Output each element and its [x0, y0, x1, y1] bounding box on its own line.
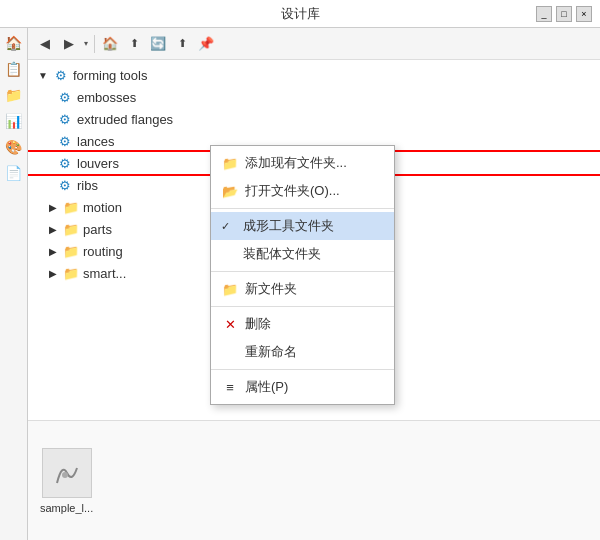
- ctx-assembly-folder[interactable]: ✓ 装配体文件夹: [211, 240, 394, 268]
- ctx-open-folder-label: 打开文件夹(O)...: [245, 182, 340, 200]
- window-controls[interactable]: _ □ ×: [536, 6, 592, 22]
- ribs-icon: ⚙: [56, 176, 74, 194]
- ctx-forming-tool-label: 成形工具文件夹: [243, 217, 334, 235]
- svg-point-0: [62, 472, 68, 478]
- sidebar-doc-icon[interactable]: 📄: [3, 162, 25, 184]
- toggle-routing[interactable]: ▶: [46, 244, 60, 258]
- check-icon: ✓: [221, 220, 237, 233]
- smart-folder-icon: 📁: [62, 264, 80, 282]
- back-button[interactable]: ◀: [34, 33, 56, 55]
- add-folder-icon: 📁: [221, 154, 239, 172]
- toolbar: ◀ ▶ ▾ 🏠 ⬆ 🔄 ⬆ 📌: [28, 28, 600, 60]
- close-button[interactable]: ×: [576, 6, 592, 22]
- ctx-rename-label: 重新命名: [245, 343, 297, 361]
- louvers-label: louvers: [77, 156, 119, 171]
- ctx-forming-tool-folder[interactable]: ✓ 成形工具文件夹: [211, 212, 394, 240]
- ctx-rename[interactable]: 重新命名: [211, 338, 394, 366]
- separator-1: [94, 35, 95, 53]
- motion-folder-icon: 📁: [62, 198, 80, 216]
- ctx-properties[interactable]: ≡ 属性(P): [211, 373, 394, 401]
- louvers-icon: ⚙: [56, 154, 74, 172]
- routing-label: routing: [83, 244, 123, 259]
- sidebar-folder-icon[interactable]: 📁: [3, 84, 25, 106]
- sidebar-home-icon[interactable]: 🏠: [3, 32, 25, 54]
- thumbnail-label: sample_l...: [40, 502, 93, 514]
- tree-item-embosses[interactable]: ⚙ embosses: [28, 86, 600, 108]
- sidebar-list-icon[interactable]: 📋: [3, 58, 25, 80]
- embosses-icon: ⚙: [56, 88, 74, 106]
- ctx-properties-label: 属性(P): [245, 378, 288, 396]
- forward-button[interactable]: ▶: [58, 33, 80, 55]
- ctx-new-folder[interactable]: 📁 新文件夹: [211, 275, 394, 303]
- forming-tools-icon: ⚙: [52, 66, 70, 84]
- refresh-button[interactable]: 🔄: [147, 33, 169, 55]
- up-button[interactable]: ⬆: [123, 33, 145, 55]
- open-folder-icon: 📂: [221, 182, 239, 200]
- pin-button[interactable]: 📌: [195, 33, 217, 55]
- ribs-label: ribs: [77, 178, 98, 193]
- properties-icon: ≡: [221, 378, 239, 396]
- home-button[interactable]: 🏠: [99, 33, 121, 55]
- ctx-separator-2: [211, 271, 394, 272]
- nav-dropdown[interactable]: ▾: [82, 33, 90, 55]
- ctx-separator-1: [211, 208, 394, 209]
- ctx-assembly-label: 装配体文件夹: [243, 245, 321, 263]
- rename-icon: [221, 343, 239, 361]
- parts-folder-icon: 📁: [62, 220, 80, 238]
- ctx-separator-4: [211, 369, 394, 370]
- tree-item-forming-tools[interactable]: ▼ ⚙ forming tools: [28, 64, 600, 86]
- ctx-open-folder[interactable]: 📂 打开文件夹(O)...: [211, 177, 394, 205]
- ctx-delete-label: 删除: [245, 315, 271, 333]
- title-text: 设计库: [281, 5, 320, 23]
- toggle-smart[interactable]: ▶: [46, 266, 60, 280]
- maximize-button[interactable]: □: [556, 6, 572, 22]
- ctx-new-folder-label: 新文件夹: [245, 280, 297, 298]
- ctx-add-existing-folder[interactable]: 📁 添加现有文件夹...: [211, 149, 394, 177]
- delete-icon: ✕: [221, 315, 239, 333]
- minimize-button[interactable]: _: [536, 6, 552, 22]
- parts-label: parts: [83, 222, 112, 237]
- browse-button[interactable]: ⬆: [171, 33, 193, 55]
- ctx-separator-3: [211, 306, 394, 307]
- context-menu: 📁 添加现有文件夹... 📂 打开文件夹(O)... ✓ 成形工具文件夹 ✓ 装…: [210, 145, 395, 405]
- extruded-flanges-label: extruded flanges: [77, 112, 173, 127]
- sidebar-grid-icon[interactable]: 📊: [3, 110, 25, 132]
- tree-item-extruded-flanges[interactable]: ⚙ extruded flanges: [28, 108, 600, 130]
- toggle-motion[interactable]: ▶: [46, 200, 60, 214]
- embosses-label: embosses: [77, 90, 136, 105]
- smart-label: smart...: [83, 266, 126, 281]
- left-sidebar: 🏠 📋 📁 📊 🎨 📄: [0, 28, 28, 540]
- title-bar: 设计库 _ □ ×: [0, 0, 600, 28]
- thumbnail-area: sample_l...: [28, 420, 600, 540]
- forming-tools-label: forming tools: [73, 68, 147, 83]
- thumbnail-image: [42, 448, 92, 498]
- toggle-forming-tools[interactable]: ▼: [36, 68, 50, 82]
- extruded-flanges-icon: ⚙: [56, 110, 74, 128]
- toggle-parts[interactable]: ▶: [46, 222, 60, 236]
- routing-folder-icon: 📁: [62, 242, 80, 260]
- new-folder-icon: 📁: [221, 280, 239, 298]
- lances-icon: ⚙: [56, 132, 74, 150]
- lances-label: lances: [77, 134, 115, 149]
- ctx-delete[interactable]: ✕ 删除: [211, 310, 394, 338]
- ctx-add-existing-label: 添加现有文件夹...: [245, 154, 347, 172]
- thumbnail-item: sample_l...: [40, 448, 93, 514]
- sidebar-palette-icon[interactable]: 🎨: [3, 136, 25, 158]
- motion-label: motion: [83, 200, 122, 215]
